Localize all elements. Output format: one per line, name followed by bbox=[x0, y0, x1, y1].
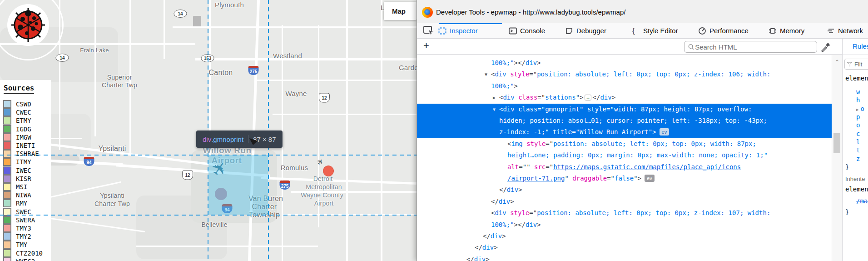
markup-line-15[interactable]: 100%;"></div> bbox=[417, 219, 832, 231]
event-badge[interactable]: ev bbox=[660, 128, 670, 136]
markup-line-17[interactable]: </div> bbox=[417, 242, 832, 253]
pick-element-icon[interactable] bbox=[423, 25, 435, 36]
markup-line-6[interactable]: hidden; position: absol…01; cursor: poin… bbox=[417, 115, 832, 126]
markup-line-18[interactable]: </div> bbox=[417, 254, 832, 261]
legend-item-wyec2: WYEC2 bbox=[3, 257, 35, 261]
code-token: 100%;" bbox=[491, 221, 514, 228]
scrollbar-thumb[interactable] bbox=[833, 133, 840, 153]
legend-swatch bbox=[3, 232, 11, 241]
console-icon bbox=[509, 27, 517, 35]
code-token: "> bbox=[649, 128, 656, 136]
tab-network[interactable]: Network bbox=[827, 23, 863, 39]
map-label-ypsilanti: Ypsilanti bbox=[98, 145, 126, 153]
map-label-garde: Garde bbox=[399, 64, 417, 71]
legend-label: IWEC bbox=[16, 167, 31, 174]
legend-swatch bbox=[3, 141, 11, 150]
code-token: height…one; padding: 0px; margin: 0px; m… bbox=[507, 151, 768, 159]
map-canvas[interactable]: PlymouthLivFrain LakeWestlandGardeSuperi… bbox=[0, 0, 417, 261]
station-dot-orange[interactable] bbox=[323, 166, 334, 176]
legend-item-tmy: TMY bbox=[3, 241, 27, 249]
code-token: title bbox=[553, 128, 572, 136]
legend-swatch bbox=[3, 108, 11, 116]
code-token: </ bbox=[483, 232, 491, 240]
inspector-toolbar: + bbox=[417, 39, 868, 55]
map-label-airport: Airport bbox=[314, 200, 334, 207]
code-token: "> bbox=[576, 94, 584, 101]
markup-line-12[interactable]: </div> bbox=[417, 184, 832, 196]
legend-label: ITMY bbox=[16, 158, 31, 166]
markup-line-16[interactable]: </div> bbox=[417, 231, 832, 242]
rules-sidebar: Rules Filt elementwh▶opocltz}Inheriteele… bbox=[843, 39, 868, 261]
tab-memory[interactable]: Memory bbox=[769, 23, 804, 39]
code-token: > bbox=[612, 94, 615, 101]
search-html-input[interactable] bbox=[694, 43, 813, 51]
markup-line-3[interactable]: 100%;"> bbox=[417, 80, 832, 92]
add-node-button[interactable]: + bbox=[423, 40, 429, 51]
legend-item-itmy: ITMY bbox=[3, 158, 31, 166]
event-badge[interactable]: ev bbox=[645, 175, 655, 182]
tab-label: Memory bbox=[780, 27, 804, 35]
expand-arrow-icon[interactable]: ▶ bbox=[856, 107, 858, 112]
filter-styles-box[interactable]: Filt bbox=[844, 59, 868, 70]
markup-line-8[interactable]: <img style="position: absolute; left: 0p… bbox=[417, 138, 832, 150]
tooltip-separator bbox=[248, 135, 248, 143]
markup-scrollbar[interactable]: ⌃ bbox=[832, 55, 842, 261]
tab-performance[interactable]: Performance bbox=[698, 23, 749, 39]
markup-line-4[interactable]: ▶<div class="stations">…</div> bbox=[417, 92, 832, 103]
rule-line-3: h bbox=[856, 96, 860, 104]
devtools-titlebar[interactable]: Developer Tools - epwmap - http://www.la… bbox=[417, 0, 868, 23]
markup-line-1[interactable]: 100%;"></div> bbox=[417, 57, 832, 69]
code-token: > bbox=[502, 232, 506, 240]
code-token: " bbox=[580, 105, 587, 113]
attribute-link[interactable]: /airport-71.png bbox=[507, 175, 565, 182]
markup-line-7[interactable]: z-index: -1;" title="Willow Run Airport"… bbox=[417, 126, 832, 138]
scrollbar-up-arrow[interactable]: ⌃ bbox=[832, 59, 842, 65]
code-token: class bbox=[518, 94, 537, 101]
collapse-arrow-icon[interactable]: ▼ bbox=[483, 69, 489, 80]
code-token: > bbox=[518, 186, 522, 193]
markup-line-5[interactable]: ▼<div class="gmnoprint" style="width: 87… bbox=[417, 104, 832, 115]
code-token: div bbox=[526, 221, 537, 228]
code-token: =" bbox=[546, 163, 553, 171]
code-token: </ bbox=[475, 244, 482, 251]
ellipsis-badge[interactable]: … bbox=[585, 95, 591, 100]
eyedropper-icon[interactable] bbox=[820, 42, 830, 52]
route-shield-12: 12 bbox=[182, 171, 193, 180]
tab-debugger[interactable]: Debugger bbox=[565, 23, 606, 39]
map-label-canton: Canton bbox=[209, 69, 233, 77]
markup-line-9[interactable]: height…one; padding: 0px; margin: 0px; m… bbox=[417, 150, 832, 161]
map-type-button[interactable]: Map bbox=[384, 2, 417, 20]
road bbox=[381, 0, 382, 261]
code-token: div bbox=[526, 59, 537, 66]
expand-arrow-icon[interactable]: ▶ bbox=[491, 92, 497, 103]
tab-inspector[interactable]: Inspector bbox=[438, 23, 478, 39]
code-token bbox=[506, 70, 510, 78]
tab-style-editor[interactable]: { }Style Editor bbox=[631, 23, 678, 39]
rule-line-14[interactable]: /mapf bbox=[856, 197, 868, 205]
tooltip-tag-name: div bbox=[203, 136, 211, 143]
code-token: div bbox=[503, 94, 514, 101]
screenshot-root: { "map": { "button_label": "Map", "logo_… bbox=[0, 0, 868, 261]
code-token: width: 87px; height: 87px; overflow: bbox=[614, 105, 752, 113]
tab-rules[interactable]: Rules bbox=[853, 42, 868, 50]
code-token: =" bbox=[529, 209, 537, 216]
markup-line-14[interactable]: <div style="position: absolute; left: 0p… bbox=[417, 207, 832, 219]
tab-label: Network bbox=[838, 27, 863, 35]
map-label-plymouth: Plymouth bbox=[215, 1, 244, 9]
search-box[interactable] bbox=[684, 41, 817, 53]
html-markup-view[interactable]: 100%;"></div>▼<div style="position: abso… bbox=[417, 55, 832, 261]
rule-line-2: w bbox=[856, 88, 860, 95]
tab-label: Style Editor bbox=[643, 27, 678, 35]
road-ford-rd bbox=[195, 58, 417, 60]
legend-item-cwec: CWEC bbox=[3, 108, 31, 116]
markup-line-2[interactable]: ▼<div style="position: absolute; left: 0… bbox=[417, 69, 832, 80]
markup-line-11[interactable]: /airport-71.png" draggable="false">ev bbox=[417, 173, 832, 184]
collapse-arrow-icon[interactable]: ▼ bbox=[491, 104, 497, 115]
code-token: div bbox=[600, 94, 611, 101]
inspector-icon bbox=[438, 27, 446, 35]
tab-console[interactable]: Console bbox=[509, 23, 545, 39]
map-label-frain-lake: Frain Lake bbox=[80, 47, 109, 54]
markup-line-10[interactable]: alt="" src="https://maps.gstatic.com/map… bbox=[417, 161, 832, 173]
markup-line-13[interactable]: </div> bbox=[417, 196, 832, 207]
attribute-link[interactable]: https://maps.gstatic.com/mapfiles/place_… bbox=[553, 163, 741, 171]
